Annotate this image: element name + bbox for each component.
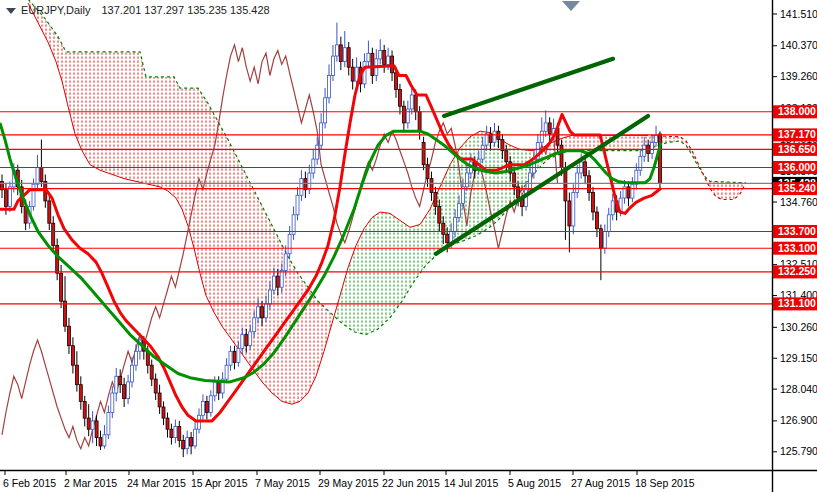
candle: [64, 301, 67, 326]
candle: [454, 218, 457, 232]
candle: [568, 201, 571, 226]
candle: [182, 440, 185, 448]
candle: [418, 112, 421, 132]
price-axis-label: 139.260: [780, 70, 817, 82]
chart-window: 141.510140.370139.260138.120137.010135.8…: [0, 0, 817, 492]
date-axis-label: 7 May 2015: [255, 477, 310, 489]
candle: [68, 326, 71, 346]
candle: [438, 206, 441, 223]
candle: [107, 413, 110, 435]
price-axis-label: 140.370: [780, 39, 817, 51]
candle: [560, 145, 563, 167]
candle: [402, 106, 405, 123]
candle: [288, 234, 291, 254]
date-axis-label: 24 Mar 2015: [127, 477, 186, 489]
price-axis-label: 130.260: [780, 321, 817, 333]
candle: [276, 276, 279, 287]
level-label-text: 137.170: [778, 128, 816, 140]
level-label-text: 136.000: [778, 161, 816, 173]
price-axis-label: 125.790: [780, 445, 817, 457]
candle: [154, 379, 157, 393]
date-axis-label: 2 Mar 2015: [64, 477, 117, 489]
candle: [150, 365, 153, 379]
date-axis-label: 6 Feb 2015: [3, 477, 56, 489]
candle: [544, 123, 547, 131]
candle: [505, 151, 508, 162]
candle: [4, 190, 7, 207]
candle: [261, 307, 264, 318]
candle: [465, 173, 468, 187]
candle: [213, 382, 216, 396]
candle: [572, 193, 575, 226]
price-axis-label: 129.150: [780, 352, 817, 364]
candle: [434, 193, 437, 207]
candle: [217, 382, 220, 393]
candle: [410, 95, 413, 109]
price-axis-label: 134.760: [780, 196, 817, 208]
candle: [36, 168, 39, 185]
date-axis-label: 5 Aug 2015: [508, 477, 561, 489]
candle: [312, 159, 315, 173]
candle: [95, 421, 98, 438]
candle: [178, 427, 181, 441]
candle: [229, 351, 232, 365]
candle: [320, 123, 323, 145]
candle: [40, 168, 43, 182]
candle: [584, 162, 587, 176]
candle: [272, 276, 275, 290]
candle: [324, 98, 327, 123]
candle: [371, 53, 374, 75]
candle: [280, 271, 283, 288]
candle: [339, 45, 342, 62]
date-axis-label: 18 Sep 2015: [635, 477, 695, 489]
candle: [60, 273, 63, 301]
candle: [190, 438, 193, 446]
candle: [335, 45, 338, 56]
price-chart[interactable]: 141.510140.370139.260138.120137.010135.8…: [0, 0, 817, 492]
candle: [48, 201, 51, 223]
candle: [631, 184, 634, 198]
chart-title: EURJPY,Daily 137.201 137.297 135.235 135…: [6, 4, 270, 16]
candle: [119, 376, 122, 384]
candle: [659, 134, 662, 183]
candle: [201, 401, 204, 415]
candle: [174, 427, 177, 438]
candle: [186, 438, 189, 449]
candle: [655, 135, 658, 142]
candle: [127, 382, 130, 399]
candle: [347, 48, 350, 67]
candle: [87, 418, 90, 429]
candle: [162, 407, 165, 418]
candle: [592, 193, 595, 213]
date-axis-label: 29 May 2015: [318, 477, 379, 489]
candle: [115, 376, 118, 393]
candle: [131, 365, 134, 382]
candle: [442, 223, 445, 234]
candle: [170, 429, 173, 437]
candle: [265, 304, 268, 318]
symbol-dropdown-icon[interactable]: [6, 8, 16, 14]
candle: [576, 173, 579, 193]
time-axis[interactable]: 6 Feb 20152 Mar 201524 Mar 201515 Apr 20…: [3, 471, 695, 489]
candle: [56, 245, 59, 273]
candle: [513, 173, 516, 187]
candle: [406, 109, 409, 123]
candle: [316, 145, 319, 159]
symbol-period-label: EURJPY,Daily: [21, 4, 91, 16]
candle: [540, 131, 543, 142]
trend-line-1[interactable]: [444, 59, 613, 116]
candle: [249, 332, 252, 346]
candle: [158, 393, 161, 407]
candle: [8, 187, 11, 207]
candle: [194, 429, 197, 446]
candle: [166, 418, 169, 429]
candle: [493, 131, 496, 142]
level-label-text: 135.240: [778, 182, 816, 194]
price-axis-label: 128.040: [780, 383, 817, 395]
candle: [422, 142, 425, 164]
candle: [308, 173, 311, 190]
candle: [75, 365, 78, 385]
date-axis-label: 22 Jun 2015: [382, 477, 440, 489]
candle: [111, 393, 114, 413]
candle: [123, 385, 126, 399]
